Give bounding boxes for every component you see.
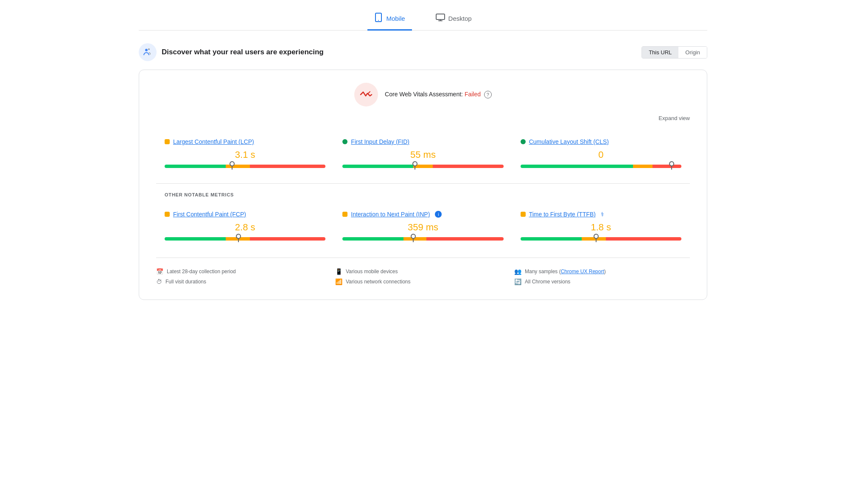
page-wrapper: Mobile Desktop Discover what [126,0,720,308]
metric-value: 1.8 s [521,222,681,233]
section-header: Discover what your real users are experi… [139,43,707,61]
gauge-bar [521,165,681,168]
expand-label: Expand view [658,115,690,121]
metric-dot [521,212,526,217]
footer-item: 👥Many samples (Chrome UX Report) [514,266,690,277]
metric-label-text[interactable]: First Input Delay (FID) [351,138,409,145]
gauge-bar [165,165,325,168]
footer-item: ⏱Full visit durations [156,277,332,287]
footer-info: 📅Latest 28-day collection period⏱Full vi… [156,258,690,287]
footer-col-1: 📱Various mobile devices📶Various network … [335,266,511,287]
main-card: Core Web Vitals Assessment: Failed ? Exp… [139,70,707,300]
svg-rect-2 [436,14,445,20]
svg-point-1 [378,20,379,21]
tab-mobile-label: Mobile [386,15,405,22]
footer-item-text: Latest 28-day collection period [167,269,236,274]
core-metrics-grid: Largest Contentful Paint (LCP)3.1 sFirst… [156,132,690,175]
tab-desktop-label: Desktop [448,15,472,22]
metric-item-inp: Interaction to Next Paint (INP)i359 ms [334,204,512,247]
other-metrics-label: OTHER NOTABLE METRICS [156,192,690,197]
metric-label-row: Interaction to Next Paint (INP)i [342,211,503,218]
footer-item: 📶Various network connections [335,277,511,287]
assessment-title: Core Web Vitals Assessment: Failed ? [385,91,492,98]
metric-label-row: Time to First Byte (TTFB)⚕ [521,211,681,218]
footer-item-text: Full visit durations [165,279,206,285]
metric-label-row: Largest Contentful Paint (LCP) [165,138,325,145]
footer-item-icon: 📶 [335,278,342,285]
gauge-bar [521,237,681,241]
gauge-needle [415,163,415,170]
metric-dot [342,212,347,217]
metric-item-cls: Cumulative Layout Shift (CLS)0 [512,132,690,175]
tab-mobile[interactable]: Mobile [367,8,412,31]
metric-value: 0 [521,149,681,160]
metric-dot [165,212,170,217]
footer-col-2: 👥Many samples (Chrome UX Report)🔄All Chr… [514,266,690,287]
metric-dot [521,139,526,144]
assessment-icon [354,83,378,106]
metric-item-lcp: Largest Contentful Paint (LCP)3.1 s [156,132,334,175]
expand-view[interactable]: Expand view [156,115,690,121]
metric-value: 55 ms [342,149,503,160]
footer-item-link[interactable]: Chrome UX Report [561,269,604,274]
footer-item-text: Various network connections [346,279,411,285]
section-title-group: Discover what your real users are experi… [139,43,324,61]
footer-item-text: All Chrome versions [525,279,570,285]
footer-item-text: Many samples (Chrome UX Report) [525,269,606,274]
divider [156,183,690,184]
metric-label-row: First Contentful Paint (FCP) [165,211,325,218]
metric-value: 359 ms [342,222,503,233]
assessment-title-prefix: Core Web Vitals Assessment: [385,91,465,98]
metric-label-row: Cumulative Layout Shift (CLS) [521,138,681,145]
info-icon[interactable]: i [435,211,442,218]
footer-item: 📱Various mobile devices [335,266,511,277]
gauge-needle [671,163,672,170]
other-metrics-grid: First Contentful Paint (FCP)2.8 sInterac… [156,204,690,247]
mobile-icon [374,13,383,24]
gauge-needle [232,163,233,170]
footer-col-0: 📅Latest 28-day collection period⏱Full vi… [156,266,332,287]
metric-item-fid: First Input Delay (FID)55 ms [334,132,512,175]
footer-item: 📅Latest 28-day collection period [156,266,332,277]
metric-value: 2.8 s [165,222,325,233]
svg-point-3 [145,49,148,51]
metric-label-row: First Input Delay (FID) [342,138,503,145]
footer-item-icon: 📅 [156,268,163,275]
gauge-needle [413,235,414,242]
assessment-status: Failed [465,91,481,98]
svg-point-4 [148,48,150,50]
this-url-button[interactable]: This URL [642,47,678,58]
metric-dot [342,139,347,144]
metric-label-text[interactable]: Cumulative Layout Shift (CLS) [529,138,609,145]
assessment-header: Core Web Vitals Assessment: Failed ? [156,83,690,106]
gauge-bar [342,237,503,241]
metric-item-ttfb: Time to First Byte (TTFB)⚕1.8 s [512,204,690,247]
footer-item-icon: 🔄 [514,278,521,285]
metric-label-text[interactable]: First Contentful Paint (FCP) [173,211,246,218]
metric-label-text[interactable]: Interaction to Next Paint (INP) [351,211,430,218]
footer-item-icon: 👥 [514,268,521,275]
metric-label-text[interactable]: Largest Contentful Paint (LCP) [173,138,254,145]
metric-dot [165,139,170,144]
tab-desktop[interactable]: Desktop [429,8,479,31]
gauge-needle [238,235,239,242]
gauge-bar [342,165,503,168]
desktop-icon [436,14,445,23]
footer-item-icon: 📱 [335,268,342,275]
flask-icon: ⚕ [601,211,604,218]
tab-bar: Mobile Desktop [139,8,707,31]
origin-button[interactable]: Origin [678,47,707,58]
gauge-needle [596,235,597,242]
metric-label-text[interactable]: Time to First Byte (TTFB) [529,211,596,218]
footer-item: 🔄All Chrome versions [514,277,690,287]
help-icon[interactable]: ? [484,91,492,98]
metric-value: 3.1 s [165,149,325,160]
url-toggle: This URL Origin [642,46,707,59]
metric-item-fcp: First Contentful Paint (FCP)2.8 s [156,204,334,247]
footer-item-icon: ⏱ [156,278,162,285]
section-icon [139,43,157,61]
footer-item-text: Various mobile devices [346,269,398,274]
gauge-bar [165,237,325,241]
section-title: Discover what your real users are experi… [162,48,324,56]
